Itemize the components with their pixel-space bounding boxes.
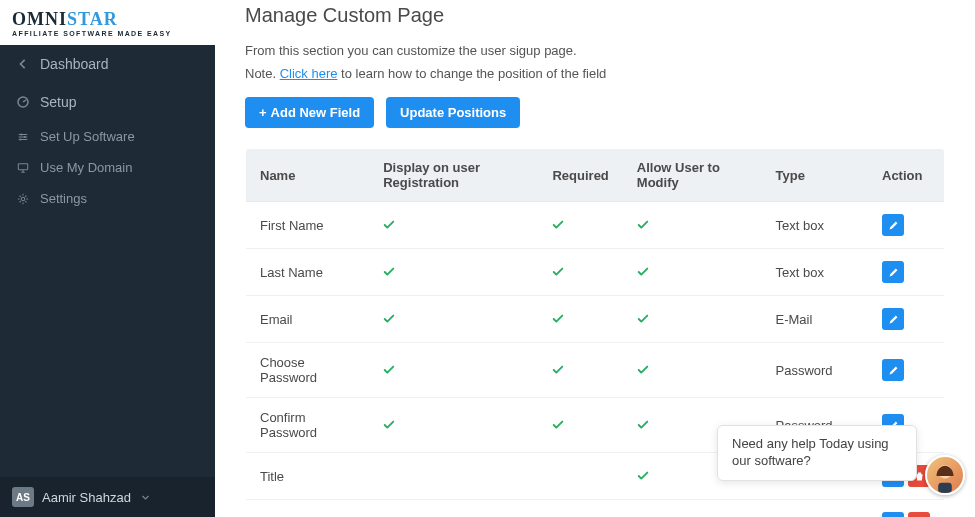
cell-action [868,343,945,398]
cell-name: Last Name [246,249,370,296]
nav-setup[interactable]: Setup [0,83,215,121]
cell-name: Confirm Password [246,398,370,453]
nav-label: Set Up Software [40,129,135,144]
table-row: Company [246,500,945,518]
chevron-left-icon [16,57,30,71]
cell-name: First Name [246,202,370,249]
edit-button[interactable] [882,308,904,330]
cell-type: E-Mail [762,296,869,343]
cell-name: Choose Password [246,343,370,398]
chat-avatar[interactable] [925,455,965,495]
brand-logo[interactable]: OMNISTAR AFFILIATE SOFTWARE MADE EASY [0,0,215,45]
user-name: Aamir Shahzad [42,490,131,505]
cell-action [868,202,945,249]
table-row: Choose PasswordPassword [246,343,945,398]
check-icon [383,364,524,376]
page-note: Note. Click here to learn how to change … [245,66,945,81]
check-icon [383,266,524,278]
sidebar: OMNISTAR AFFILIATE SOFTWARE MADE EASY Da… [0,0,215,517]
check-icon [383,419,524,431]
cell-name: Title [246,453,370,500]
check-icon [383,219,524,231]
pencil-icon [888,365,899,376]
check-icon [637,266,748,278]
svg-point-2 [24,135,26,137]
nav-settings[interactable]: Settings [0,183,215,214]
nav-use-domain[interactable]: Use My Domain [0,152,215,183]
note-link[interactable]: Click here [280,66,338,81]
svg-rect-7 [938,483,952,493]
nav-label: Settings [40,191,87,206]
table-row: Last NameText box [246,249,945,296]
svg-rect-4 [18,163,27,169]
user-avatar: AS [12,487,34,507]
th-action: Action [868,149,945,202]
monitor-icon [16,161,30,175]
check-icon [637,364,748,376]
delete-button[interactable] [908,512,930,517]
cell-required [538,249,622,296]
brand-tagline: AFFILIATE SOFTWARE MADE EASY [12,30,203,37]
table-row: First NameText box [246,202,945,249]
check-icon [383,313,524,325]
chat-help-bubble[interactable]: Need any help Today using our software? [717,425,917,481]
nav-label: Use My Domain [40,160,132,175]
cell-display [369,202,538,249]
th-name: Name [246,149,370,202]
button-row: + Add New Field Update Positions [245,97,945,128]
sliders-icon [16,130,30,144]
cell-display [369,296,538,343]
nav-label: Setup [40,94,77,110]
cell-type [762,500,869,518]
svg-point-1 [20,133,22,135]
cell-modify [623,343,762,398]
svg-point-5 [21,197,24,200]
nav-label: Dashboard [40,56,109,72]
gear-icon [16,192,30,206]
check-icon [637,219,748,231]
user-menu[interactable]: AS Aamir Shahzad [0,477,215,517]
table-header-row: Name Display on user Registration Requir… [246,149,945,202]
nav-setup-software[interactable]: Set Up Software [0,121,215,152]
cell-display [369,500,538,518]
pencil-icon [888,267,899,278]
cell-display [369,453,538,500]
cell-display [369,343,538,398]
svg-point-3 [19,138,21,140]
cell-modify [623,202,762,249]
th-display: Display on user Registration [369,149,538,202]
cell-modify [623,500,762,518]
cell-action [868,500,945,518]
update-positions-button[interactable]: Update Positions [386,97,520,128]
cell-required [538,500,622,518]
th-type: Type [762,149,869,202]
cell-name: Company [246,500,370,518]
cell-required [538,296,622,343]
cell-modify [623,249,762,296]
edit-button[interactable] [882,359,904,381]
edit-button[interactable] [882,261,904,283]
check-icon [552,266,608,278]
check-icon [552,219,608,231]
chat-text: Need any help Today using our software? [732,436,889,468]
cell-required [538,343,622,398]
th-modify: Allow User to Modify [623,149,762,202]
pencil-icon [888,314,899,325]
cell-display [369,249,538,296]
page-title: Manage Custom Page [245,4,945,27]
cell-action [868,296,945,343]
cell-required [538,453,622,500]
cell-modify [623,296,762,343]
cell-required [538,398,622,453]
table-row: EmailE-Mail [246,296,945,343]
cell-name: Email [246,296,370,343]
add-new-field-button[interactable]: + Add New Field [245,97,374,128]
brand-name: OMNISTAR [12,10,203,28]
edit-button[interactable] [882,214,904,236]
chevron-down-icon [139,490,153,504]
cell-type: Password [762,343,869,398]
edit-button[interactable] [882,512,904,517]
cell-action [868,249,945,296]
cell-type: Text box [762,202,869,249]
nav-dashboard[interactable]: Dashboard [0,45,215,83]
